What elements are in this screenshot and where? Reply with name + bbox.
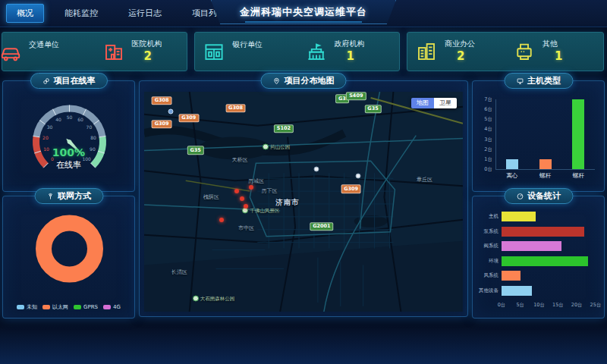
legend-item-未知[interactable]: 未知 [17,303,37,311]
x-tick-label: 10台 [530,303,549,308]
map-area-label-长清区: 长清区 [171,268,187,276]
legend-item-GPRS[interactable]: GPRS [74,303,98,311]
nav-tab-1[interactable]: 能耗监控 [55,5,108,22]
road-badge-G35: G35 [364,105,381,114]
map-area-label-市中区: 市中区 [238,224,254,232]
svg-text:20: 20 [42,135,49,140]
map-toggle-map[interactable]: 地图 [411,98,434,108]
stat-card-2: 商业办公2其他1 [407,32,604,71]
panel-project-map: 项目分布地图 [139,80,468,317]
stat-label: 商业办公 [445,39,475,49]
legend-swatch [17,305,24,309]
car-icon [0,40,22,63]
legend-item-4G[interactable]: 4G [103,303,121,311]
stat-card-1: 银行单位政府机构1 [194,32,400,71]
link-icon [42,77,50,85]
panel-map-title: 项目分布地图 [285,75,335,86]
legend-label: 4G [113,304,121,310]
antenna-icon [46,193,54,200]
y-tick-label: 3台 [477,137,492,143]
road-badge-S102: S102 [274,124,294,133]
gauge-icon [516,193,524,200]
map-toggle-satellite[interactable]: 卫星 [434,98,457,108]
svg-text:60: 60 [77,117,83,122]
map-poi-大石崮森林公园[interactable]: 大石崮森林公园 [193,295,235,302]
panel-network-title: 联网方式 [58,190,91,202]
stat-value: 1 [555,49,562,64]
svg-text:30: 30 [47,124,53,130]
bar-label-螺杆: 螺杆 [563,173,593,179]
nav-tab-0[interactable]: 概况 [6,4,44,23]
hbar-label-环境: 环境 [477,256,498,266]
map-canvas[interactable]: G308G308G309G309G3S409G35G35S102G309G200… [144,92,463,312]
map-poi-药山公园[interactable]: 药山公园 [263,143,290,150]
map-station-marker-0[interactable] [313,167,319,172]
stat-item-医院机构: 医院机构2 [95,39,187,63]
map-project-dot-4[interactable] [249,185,253,190]
road-badge-G308: G308 [225,104,246,113]
map-project-dot-2[interactable] [219,218,224,222]
bar-螺杆[interactable] [572,99,584,169]
map-station-marker-1[interactable] [355,174,360,179]
panel-host-title: 主机类型 [527,75,561,86]
road-badge-S409: S409 [346,92,366,100]
stat-text: 交通单位 [29,40,59,63]
road-badge-G2001: G2001 [310,222,333,231]
location-pin-icon [273,77,281,85]
map-type-toggle: 地图 卫星 [411,98,457,108]
map-poi-千佛山风景区[interactable]: 千佛山风景区 [242,207,279,214]
online-rate-value: 100% [3,146,134,158]
stat-item-银行单位: 银行单位 [195,40,297,63]
legend-swatch [74,305,81,309]
stat-card-0: 交通单位医院机构2 [2,32,187,71]
panel-map-header: 项目分布地图 [261,73,347,89]
map-project-dot-0[interactable] [234,189,239,193]
donut-slice-以太网[interactable] [44,223,96,275]
x-tick-label: 25台 [587,303,605,308]
hbar-阀系统[interactable] [502,241,561,251]
map-city-label: 济南市 [275,197,300,207]
map-project-dot-1[interactable] [244,204,248,209]
map-area-label-槐荫区: 槐荫区 [203,193,219,201]
legend-item-以太网[interactable]: 以太网 [42,303,68,311]
svg-text:40: 40 [55,117,61,122]
stat-label: 银行单位 [232,40,263,50]
road-badge-G309: G309 [178,114,199,123]
network-donut-chart [8,209,130,313]
y-tick-label: 6台 [477,107,492,112]
stat-value [41,50,59,63]
host-type-bar-chart: 0台1台2台3台4台5台6台7台离心螺杆螺杆 [477,93,599,187]
panel-online-rate: 项目在线率 0102030405060708090100 100% 在线率 [2,80,135,192]
hbar-其他设备[interactable] [502,286,532,296]
stat-item-其他: 其他1 [505,39,603,63]
stat-text: 商业办公2 [445,39,475,63]
hbar-label-其他设备: 其他设备 [477,286,498,296]
stat-value: 1 [347,49,365,64]
hbar-泵系统[interactable] [502,227,584,237]
nav-tab-2[interactable]: 运行日志 [118,5,171,22]
y-tick-label: 5台 [477,117,492,122]
online-rate-label: 在线率 [3,159,134,171]
bar-离心[interactable] [506,159,518,169]
stat-text: 其他1 [543,39,562,63]
road-badge-G309: G309 [341,184,361,193]
panel-device-stats: 设备统计 主机泵系统阀系统环境风系统其他设备0台5台10台15台20台25台 [472,196,605,318]
hbar-风系统[interactable] [502,271,521,281]
title-container: 金洲科瑞中央空调运维平台 [211,0,396,24]
y-tick-label: 2台 [477,147,492,152]
map-station-marker-2[interactable] [168,108,173,114]
x-tick-label: 20台 [568,303,586,308]
bar-螺杆[interactable] [539,159,552,169]
map-overlays: G308G308G309G309G3S409G35G35S102G309G200… [144,92,463,312]
map-area-label-历下区: 历下区 [262,187,278,195]
office-icon [415,40,438,63]
stat-item-交通单位: 交通单位 [2,40,95,63]
x-tick-label: 15台 [549,303,567,308]
y-tick-label: 1台 [477,157,492,162]
svg-text:50: 50 [67,115,73,120]
hbar-环境[interactable] [502,256,588,266]
hbar-主机[interactable] [502,212,536,221]
map-project-dot-3[interactable] [240,196,244,201]
network-legend: 未知以太网GPRS4G [3,303,134,311]
svg-text:70: 70 [86,124,93,130]
